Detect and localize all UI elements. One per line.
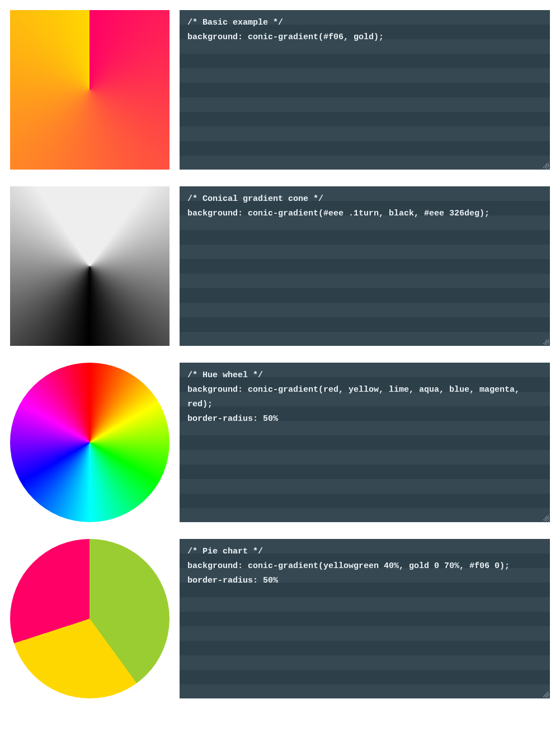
swatch-basic	[10, 10, 170, 170]
example-hue-wheel: /* Hue wheel */ background: conic-gradie…	[10, 363, 550, 522]
example-cone: /* Conical gradient cone */ background: …	[10, 186, 550, 346]
swatch-pie-chart	[10, 539, 170, 698]
code-cone[interactable]: /* Conical gradient cone */ background: …	[180, 186, 550, 346]
swatch-hue-wheel	[10, 363, 170, 522]
example-basic: /* Basic example */ background: conic-gr…	[10, 10, 550, 170]
code-hue-wheel[interactable]: /* Hue wheel */ background: conic-gradie…	[180, 363, 550, 522]
example-pie-chart: /* Pie chart */ background: conic-gradie…	[10, 539, 550, 698]
code-basic[interactable]: /* Basic example */ background: conic-gr…	[180, 10, 550, 170]
swatch-cone	[10, 186, 170, 346]
code-pie-chart[interactable]: /* Pie chart */ background: conic-gradie…	[180, 539, 550, 698]
